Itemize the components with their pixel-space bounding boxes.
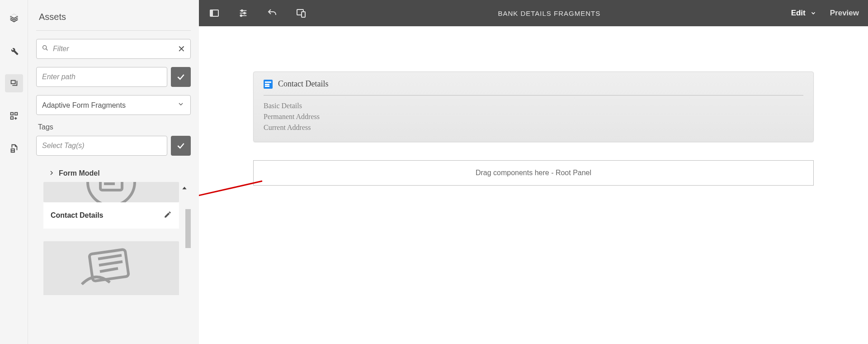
panel-icon: [264, 80, 273, 89]
side-panel-toggle-icon[interactable]: [208, 7, 221, 19]
asset-card-thumbnail-next[interactable]: [43, 241, 179, 295]
mode-edit-dropdown[interactable]: Edit: [791, 9, 816, 18]
path-confirm-button[interactable]: [171, 67, 191, 87]
asset-item[interactable]: Contact Details: [43, 202, 179, 229]
svg-point-18: [241, 15, 242, 17]
search-icon: [42, 44, 49, 53]
path-input[interactable]: [36, 67, 167, 87]
svg-line-9: [99, 262, 123, 265]
editor-main: BANK DETAILS FRAGMENTS Edit Preview Cont…: [199, 0, 868, 344]
rail-data-icon[interactable]: [5, 139, 23, 158]
svg-line-10: [100, 268, 118, 272]
asset-list-scrollbar[interactable]: [185, 209, 191, 248]
tags-confirm-button[interactable]: [171, 136, 191, 156]
tab-permanent-address[interactable]: Permanent Address: [264, 113, 803, 121]
svg-line-1: [46, 49, 48, 51]
panel-divider: [36, 30, 191, 31]
tab-current-address[interactable]: Current Address: [264, 124, 803, 132]
filter-input[interactable]: [36, 39, 191, 59]
rail-layers-icon[interactable]: [5, 9, 23, 27]
mode-edit-label: Edit: [791, 9, 806, 18]
pencil-icon[interactable]: [164, 210, 172, 220]
editor-topbar: BANK DETAILS FRAGMENTS Edit Preview: [199, 0, 868, 26]
asset-item-title: Contact Details: [51, 211, 103, 220]
left-rail: [0, 0, 28, 344]
page-title: BANK DETAILS FRAGMENTS: [307, 10, 791, 17]
svg-rect-12: [210, 10, 213, 16]
dropzone-text: Drag components here - Root Panel: [476, 169, 591, 177]
rail-assets-icon[interactable]: [5, 74, 23, 92]
svg-point-14: [241, 10, 243, 12]
tab-basic-details[interactable]: Basic Details: [264, 102, 803, 110]
editor-canvas[interactable]: Contact Details Basic Details Permanent …: [199, 26, 868, 344]
rail-add-component-icon[interactable]: [5, 107, 23, 125]
tags-label: Tags: [38, 123, 191, 131]
form-model-toggle[interactable]: Form Model: [49, 169, 191, 177]
contact-details-title: Contact Details: [278, 79, 328, 89]
form-model-label: Form Model: [59, 169, 100, 177]
sliders-icon[interactable]: [237, 7, 250, 19]
contact-details-panel[interactable]: Contact Details Basic Details Permanent …: [253, 72, 814, 142]
tags-input[interactable]: [36, 136, 167, 156]
undo-icon[interactable]: [266, 7, 278, 19]
assets-panel: Assets ✕ Adaptive Form Fragments Tags: [28, 0, 199, 344]
chevron-right-icon: [49, 170, 54, 177]
rail-wrench-icon[interactable]: [5, 42, 23, 60]
scroll-up-button[interactable]: [177, 182, 191, 195]
panel-title: Assets: [39, 12, 191, 22]
asset-card-thumbnail[interactable]: [43, 182, 179, 202]
svg-rect-20: [302, 12, 305, 17]
preview-button[interactable]: Preview: [830, 9, 859, 18]
svg-point-0: [43, 46, 47, 49]
device-emulator-icon[interactable]: [295, 7, 307, 19]
chevron-down-icon: [810, 10, 816, 16]
svg-line-8: [98, 255, 122, 259]
asset-list: Contact Details: [43, 182, 191, 295]
svg-marker-6: [182, 187, 186, 190]
clear-filter-icon[interactable]: ✕: [178, 43, 185, 54]
svg-point-16: [244, 12, 245, 14]
root-panel-dropzone[interactable]: Drag components here - Root Panel: [253, 160, 814, 186]
contact-divider: [264, 95, 803, 96]
fragment-type-select[interactable]: Adaptive Form Fragments: [36, 95, 191, 115]
